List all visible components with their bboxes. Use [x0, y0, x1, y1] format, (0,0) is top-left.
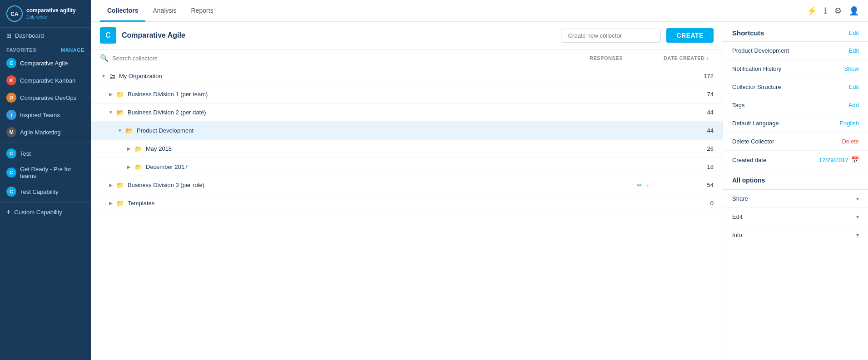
org-name: Comparative Agile — [122, 31, 556, 39]
expandable-row-edit[interactable]: Edit ▾ — [723, 208, 868, 226]
tree-row[interactable]: ▶ 📁 May 2018 26 — [91, 140, 723, 158]
create-button[interactable]: CREATE — [666, 28, 714, 43]
row-count: 44 — [650, 109, 714, 116]
expandable-row-share[interactable]: Share ▾ — [723, 190, 868, 208]
row-count: 74 — [650, 91, 714, 98]
avatar: K — [6, 75, 16, 85]
tree-row[interactable]: ▶ 📁 Business Division 3 (per role) ✏ + 5… — [91, 176, 723, 194]
info-icon[interactable]: ℹ — [824, 6, 827, 16]
sidebar-item-label: Test Capability — [20, 188, 59, 195]
row-count: 18 — [650, 163, 714, 170]
shortcut-label: Delete Collector — [732, 138, 774, 145]
collector-header: C Comparative Agile CREATE — [91, 22, 723, 49]
search-bar: 🔍 RESPONSES DATE CREATED ↓ — [91, 49, 723, 67]
new-collector-input[interactable] — [561, 29, 661, 43]
sidebar-item-comparative-devops[interactable]: D Comparative DevOps — [0, 89, 91, 106]
shortcut-label: Tags — [732, 102, 744, 108]
tree-row[interactable]: ▶ 📁 Templates 0 — [91, 194, 723, 212]
search-input[interactable] — [112, 55, 556, 62]
shortcut-action-delete[interactable]: Delete — [842, 138, 859, 145]
collector-panel: C Comparative Agile CREATE 🔍 RESPONSES D… — [91, 22, 723, 360]
avatar: C — [6, 187, 16, 197]
sidebar-item-test-capability[interactable]: C Test Capability — [0, 183, 91, 200]
created-date-value: 12/29/2017 📅 — [819, 156, 859, 163]
user-icon[interactable]: 👤 — [849, 6, 859, 16]
row-count: 0 — [650, 200, 714, 207]
shortcut-row: Default Language English — [723, 114, 868, 133]
tree-row[interactable]: ▼ 🗂 My Organization 172 — [91, 67, 723, 85]
sidebar-item-comparative-agile[interactable]: C Comparative Agile — [0, 54, 91, 72]
logo-icon: CA — [6, 5, 23, 22]
folder-icon: 📁 — [134, 145, 142, 153]
expand-arrow[interactable]: ▼ — [100, 73, 107, 80]
tree-list: ▼ 🗂 My Organization 172 ▶ 📁 Business Div… — [91, 67, 723, 360]
calendar-icon[interactable]: 📅 — [851, 156, 859, 163]
edit-icon[interactable]: ✏ — [637, 182, 642, 189]
expandable-label: Info — [732, 232, 742, 238]
settings-icon[interactable]: ⚙ — [834, 6, 842, 16]
shortcut-action[interactable]: Add — [848, 102, 859, 108]
sidebar-item-test[interactable]: C Test — [0, 145, 91, 162]
row-label: Business Division 2 (per date) — [128, 109, 650, 116]
expand-arrow[interactable]: ▶ — [125, 145, 133, 153]
tab-analysis[interactable]: Analysis — [145, 0, 184, 22]
shortcut-action[interactable]: Edit — [849, 47, 859, 54]
sidebar-item-label: Get Ready - Pre for teams — [20, 166, 84, 179]
shortcut-label: Notification History — [732, 65, 781, 72]
search-icon: 🔍 — [100, 54, 109, 62]
sidebar-item-get-ready[interactable]: C Get Ready - Pre for teams — [0, 162, 91, 183]
shortcuts-edit-button[interactable]: Edit — [849, 30, 859, 36]
nav-icons: ⚡ ℹ ⚙ 👤 — [807, 6, 859, 16]
shortcut-label: Default Language — [732, 120, 779, 127]
plus-icon: + — [6, 208, 10, 216]
folder-icon: 📂 — [116, 109, 124, 116]
expandable-label: Edit — [732, 213, 742, 220]
sidebar-item-comparative-kanban[interactable]: K Comparative Kanban — [0, 72, 91, 89]
flash-icon[interactable]: ⚡ — [807, 6, 817, 16]
folder-icon: 📂 — [125, 127, 133, 134]
tab-reports[interactable]: Reports — [184, 0, 221, 22]
chevron-down-icon: ▾ — [856, 214, 859, 220]
expand-arrow[interactable]: ▼ — [116, 127, 124, 134]
expand-arrow[interactable]: ▼ — [107, 109, 114, 116]
shortcut-row: Notification History Show — [723, 60, 868, 78]
expand-arrow[interactable]: ▶ — [107, 182, 114, 189]
row-label: Product Development — [137, 127, 650, 134]
logo-text: comparative agility Enterprise — [26, 7, 76, 20]
folder-icon: 📁 — [116, 182, 124, 189]
top-nav: Collectors Analysis Reports ⚡ ℹ ⚙ 👤 — [91, 0, 868, 22]
tree-row[interactable]: ▶ 📁 December 2017 18 — [91, 158, 723, 176]
expandable-row-info[interactable]: Info ▾ — [723, 226, 868, 244]
expandable-label: Share — [732, 195, 748, 202]
tab-collectors[interactable]: Collectors — [100, 0, 145, 22]
shortcut-action[interactable]: Show — [844, 65, 859, 72]
tree-row-selected[interactable]: ▼ 📂 Product Development 44 — [91, 122, 723, 140]
folder-icon: 📁 — [116, 91, 124, 98]
sidebar-item-label: Inspired Teams — [20, 112, 60, 118]
avatar: D — [6, 93, 16, 103]
add-custom-capability[interactable]: + Custom Capability — [0, 204, 91, 220]
expand-arrow[interactable]: ▶ — [107, 200, 114, 207]
sidebar: CA comparative agility Enterprise ⊞ Dash… — [0, 0, 91, 360]
expand-arrow[interactable]: ▶ — [107, 91, 114, 98]
shortcut-action[interactable]: Edit — [849, 84, 859, 90]
row-actions: ✏ + — [637, 181, 650, 189]
avatar: C — [6, 168, 16, 178]
sidebar-item-agile-marketing[interactable]: M Agile Marketing — [0, 123, 91, 141]
sidebar-item-dashboard[interactable]: ⊞ Dashboard — [0, 28, 91, 44]
expand-arrow[interactable]: ▶ — [125, 163, 133, 171]
tree-row[interactable]: ▼ 📂 Business Division 2 (per date) 44 — [91, 104, 723, 122]
tree-row[interactable]: ▶ 📁 Business Division 1 (per team) 74 — [91, 85, 723, 104]
row-label: Templates — [128, 200, 650, 207]
shortcut-action[interactable]: English — [839, 120, 859, 127]
manage-button[interactable]: Manage — [61, 47, 84, 53]
col-responses-header: RESPONSES — [559, 55, 623, 61]
sidebar-item-label: Comparative Kanban — [20, 77, 75, 84]
row-count: 172 — [650, 73, 714, 79]
chevron-down-icon: ▾ — [856, 196, 859, 202]
shortcut-label: Collector Structure — [732, 84, 781, 90]
created-date-row: Created date 12/29/2017 📅 — [723, 151, 868, 169]
sidebar-item-inspired-teams[interactable]: i Inspired Teams — [0, 106, 91, 123]
add-capability-label: Custom Capability — [14, 209, 62, 216]
add-icon[interactable]: + — [646, 181, 650, 189]
